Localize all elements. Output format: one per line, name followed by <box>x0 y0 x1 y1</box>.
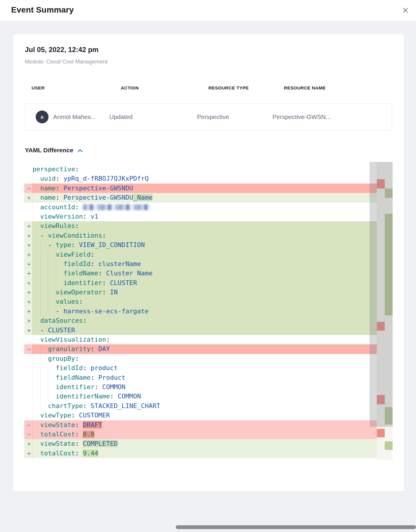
diff-gutter-marker: − <box>26 344 32 354</box>
close-button[interactable] <box>401 6 410 15</box>
diff-line: + totalCost: 9.44 <box>24 449 393 458</box>
diff-line: uuid: ypRq_d-fRBOJ7QJKxPDfrQ <box>24 174 393 183</box>
event-timestamp: Jul 05, 2022, 12:42 pm <box>25 46 99 54</box>
chevron-up-icon[interactable] <box>77 149 83 152</box>
column-header-action: ACTION <box>121 85 139 91</box>
diff-line: perspective: <box>24 165 393 174</box>
diff-gutter-marker: + <box>26 288 32 297</box>
resource-name-value: Perspective-GWSN... <box>272 104 331 130</box>
diff-line: identifier: COMMON <box>24 382 393 392</box>
ruler-mark-green <box>385 441 393 450</box>
diff-line: + viewOperator: IN <box>24 288 393 297</box>
diff-line: viewVisualization: <box>24 335 393 344</box>
yaml-difference-label: YAML Difference <box>25 147 73 154</box>
diff-line: chartType: STACKED_LINE_CHART <box>24 401 393 411</box>
close-icon <box>402 7 409 14</box>
modal-body: Jul 05, 2022, 12:42 pm Module: Cloud Cos… <box>0 21 416 532</box>
diff-line: + dataSources: <box>24 316 393 325</box>
diff-line: + - type: VIEW_ID_CONDITION <box>24 240 393 250</box>
diff-line: viewType: CUSTOMER <box>24 411 393 420</box>
diff-line: − name: Perspective-GWSNDU <box>24 184 393 193</box>
scrollbar-slider[interactable] <box>370 162 393 427</box>
event-card: Jul 05, 2022, 12:42 pm Module: Cloud Cos… <box>13 34 404 492</box>
diff-line: + fieldId: clusterName <box>24 259 393 269</box>
avatar: A <box>36 110 49 123</box>
diff-gutter-marker: + <box>26 449 32 458</box>
column-header-user: USER <box>32 85 45 91</box>
diff-gutter-marker: + <box>26 269 32 278</box>
diff-gutter-marker: + <box>26 240 32 250</box>
yaml-diff-viewer: perspective: uuid: ypRq_d-fRBOJ7QJKxPDfr… <box>24 162 393 460</box>
diff-line: + - harness-se-ecs-fargate <box>24 307 393 316</box>
diff-gutter-marker: + <box>26 250 32 259</box>
diff-gutter-marker: − <box>26 430 32 439</box>
diff-line: groupBy: <box>24 354 393 363</box>
diff-line: + name: Perspective-GWSNDU_Name <box>24 193 393 202</box>
diff-gutter-marker: + <box>26 297 32 306</box>
diff-gutter-marker: − <box>26 420 32 430</box>
diff-lines: perspective: uuid: ypRq_d-fRBOJ7QJKxPDfr… <box>24 165 393 460</box>
diff-line: + values: <box>24 297 393 306</box>
modal-header: Event Summary <box>0 0 416 21</box>
diff-line: − granularity: DAY <box>24 344 393 354</box>
diff-gutter-marker: + <box>26 326 32 335</box>
audit-row[interactable]: A Anmol Mahes... Updated Perspective Per… <box>25 103 392 130</box>
action-value: Updated <box>109 104 132 130</box>
diff-line: fieldId: product <box>24 363 393 373</box>
diff-line: + viewField: <box>24 250 393 259</box>
diff-gutter-marker: + <box>26 231 32 240</box>
diff-line: viewVersion: v1 <box>24 212 393 221</box>
yaml-difference-header: YAML Difference <box>25 147 83 154</box>
page-title: Event Summary <box>11 5 74 15</box>
diff-gutter-marker: + <box>26 193 32 202</box>
diff-gutter-marker: + <box>26 259 32 269</box>
column-header-resource-name: RESOURCE NAME <box>284 85 326 91</box>
diff-line: + - viewConditions: <box>24 231 393 240</box>
diff-gutter-marker: − <box>26 184 32 193</box>
redacted-value <box>83 204 151 210</box>
diff-gutter-marker: + <box>26 439 32 448</box>
user-name: Anmol Mahes... <box>53 104 96 130</box>
horizontal-scrollbar[interactable] <box>176 525 416 529</box>
audit-table-header: USER ACTION RESOURCE TYPE RESOURCE NAME <box>13 85 404 92</box>
diff-gutter-marker: + <box>26 278 32 288</box>
diff-line: createdAt: 1657005121652 <box>24 458 393 460</box>
diff-line: + fieldName: Cluster Name <box>24 269 393 278</box>
diff-line: accountId: <box>24 203 393 212</box>
diff-line: identifierName: COMMON <box>24 392 393 401</box>
diff-gutter-marker: + <box>26 221 32 231</box>
diff-line: + viewState: COMPLETED <box>24 439 393 448</box>
diff-gutter-marker: + <box>26 307 32 316</box>
ruler-mark-red <box>377 429 385 437</box>
diff-line: − totalCost: 0.0 <box>24 430 393 439</box>
event-module: Module: Cloud Cost Management <box>25 58 108 65</box>
diff-line: fieldName: Product <box>24 373 393 382</box>
diff-line: + - CLUSTER <box>24 326 393 335</box>
column-header-resource-type: RESOURCE TYPE <box>208 85 249 91</box>
diff-line: + identifier: CLUSTER <box>24 278 393 288</box>
diff-line: − viewState: DRAFT <box>24 420 393 430</box>
diff-gutter-marker: + <box>26 316 32 325</box>
resource-type-value: Perspective <box>197 104 229 130</box>
diff-line: + viewRules: <box>24 221 393 231</box>
